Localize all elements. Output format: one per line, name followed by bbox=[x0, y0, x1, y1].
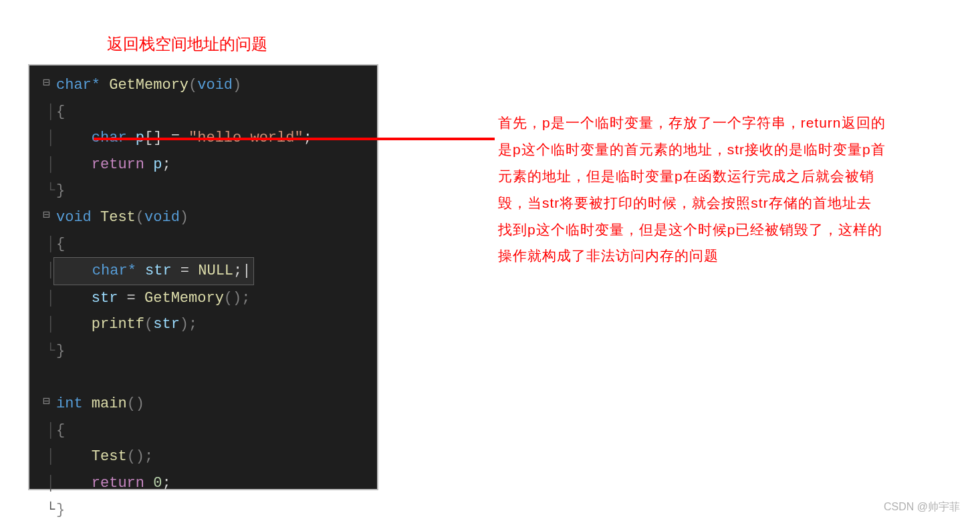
fold-guide: │ bbox=[46, 311, 55, 338]
code-paren: (); bbox=[127, 448, 154, 465]
fold-icon: ⊟ bbox=[43, 391, 50, 412]
code-null: NULL bbox=[198, 263, 233, 279]
code-function: GetMemory bbox=[100, 77, 189, 94]
code-indent bbox=[57, 263, 92, 279]
fold-guide: └ bbox=[46, 178, 55, 204]
highlighted-line: char* str = NULL;| bbox=[53, 257, 254, 285]
code-var: str bbox=[153, 316, 180, 333]
annotation-underline bbox=[94, 138, 495, 140]
code-op: = bbox=[118, 290, 144, 307]
code-keyword: void bbox=[56, 209, 92, 226]
page-title: 返回栈空间地址的问题 bbox=[107, 33, 267, 55]
code-star: * bbox=[92, 77, 100, 94]
code-indent bbox=[56, 130, 92, 146]
watermark: CSDN @帅宇菲 bbox=[884, 500, 960, 514]
code-paren: ( bbox=[189, 77, 197, 94]
code-brace: } bbox=[56, 182, 65, 199]
code-function: main bbox=[92, 395, 127, 412]
fold-guide: │ bbox=[46, 231, 55, 258]
code-indent bbox=[56, 316, 92, 333]
fold-guide: └ bbox=[46, 338, 55, 365]
code-paren: (); bbox=[224, 290, 251, 307]
code-brace: } bbox=[56, 502, 65, 518]
code-function: Test bbox=[100, 209, 136, 226]
fold-guide: │ bbox=[46, 285, 55, 312]
code-keyword: return bbox=[92, 156, 144, 173]
code-block: ⊟char* GetMemory(void) │{ │ char p[] = "… bbox=[28, 64, 378, 490]
code-brace: { bbox=[56, 104, 65, 120]
explanation-text: 首先，p是一个临时变量，存放了一个字符串，return返回的是p这个临时变量的首… bbox=[498, 110, 886, 269]
code-keyword: char bbox=[92, 263, 128, 279]
fold-guide: │ bbox=[46, 417, 55, 444]
code-paren: ) bbox=[180, 209, 189, 226]
code-indent bbox=[56, 156, 92, 173]
code-paren: ) bbox=[233, 77, 241, 94]
code-function: GetMemory bbox=[144, 290, 224, 307]
code-indent bbox=[56, 290, 92, 307]
fold-guide: │ bbox=[46, 99, 55, 126]
fold-icon: ⊟ bbox=[43, 72, 50, 94]
code-var: str bbox=[92, 290, 118, 307]
code-function: Test bbox=[92, 448, 127, 465]
fold-guide: │ bbox=[46, 444, 55, 470]
cursor-icon: | bbox=[242, 263, 251, 279]
code-brace: { bbox=[56, 236, 65, 252]
code-semi: ; bbox=[233, 263, 242, 279]
code-brace: { bbox=[56, 422, 65, 439]
code-function: printf bbox=[92, 316, 144, 333]
code-indent bbox=[56, 448, 92, 465]
fold-guide: │ bbox=[46, 125, 55, 152]
code-keyword: return bbox=[92, 475, 144, 492]
fold-icon: ⊟ bbox=[43, 204, 50, 226]
code-keyword: char bbox=[56, 77, 92, 94]
code-keyword: int bbox=[56, 395, 83, 412]
code-semi: ; bbox=[162, 156, 170, 173]
code-semi: ; bbox=[162, 475, 170, 492]
code-paren: ); bbox=[180, 316, 197, 333]
code-number: 0 bbox=[153, 475, 162, 492]
code-paren: ( bbox=[136, 209, 144, 226]
code-paren: ( bbox=[144, 316, 153, 333]
code-paren: () bbox=[127, 395, 144, 412]
code-op: = bbox=[172, 263, 199, 279]
code-arg: void bbox=[144, 209, 180, 226]
fold-guide: └ bbox=[46, 497, 55, 522]
code-arg: void bbox=[197, 77, 233, 94]
code-indent bbox=[56, 475, 92, 492]
code-brace: } bbox=[56, 343, 65, 359]
fold-guide: │ bbox=[46, 470, 55, 497]
code-var: str bbox=[145, 263, 172, 279]
fold-guide: │ bbox=[46, 257, 55, 284]
code-var: p bbox=[153, 156, 162, 173]
fold-guide: │ bbox=[46, 152, 55, 178]
code-star: * bbox=[128, 263, 136, 279]
